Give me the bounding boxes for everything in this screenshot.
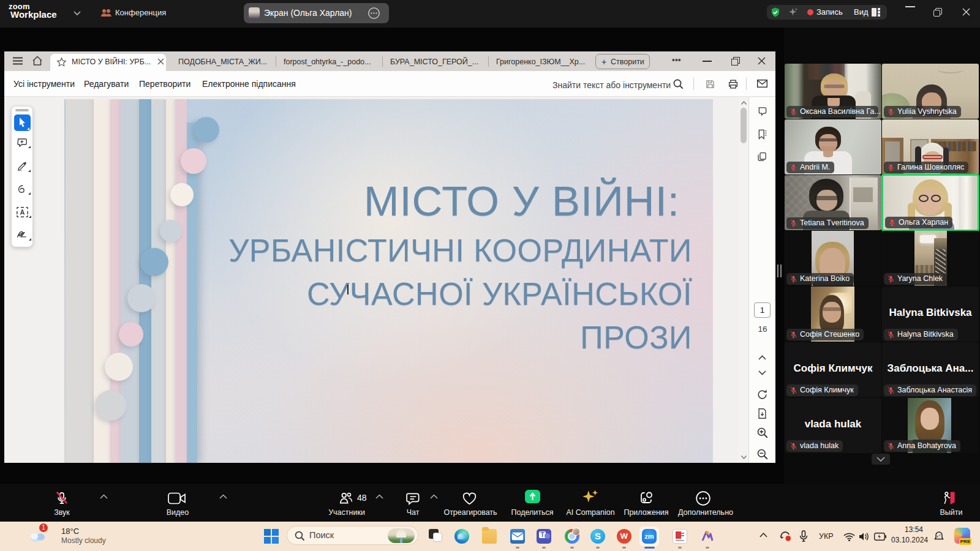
svg-text:z: z — [939, 533, 941, 537]
svg-text:z: z — [937, 534, 938, 538]
